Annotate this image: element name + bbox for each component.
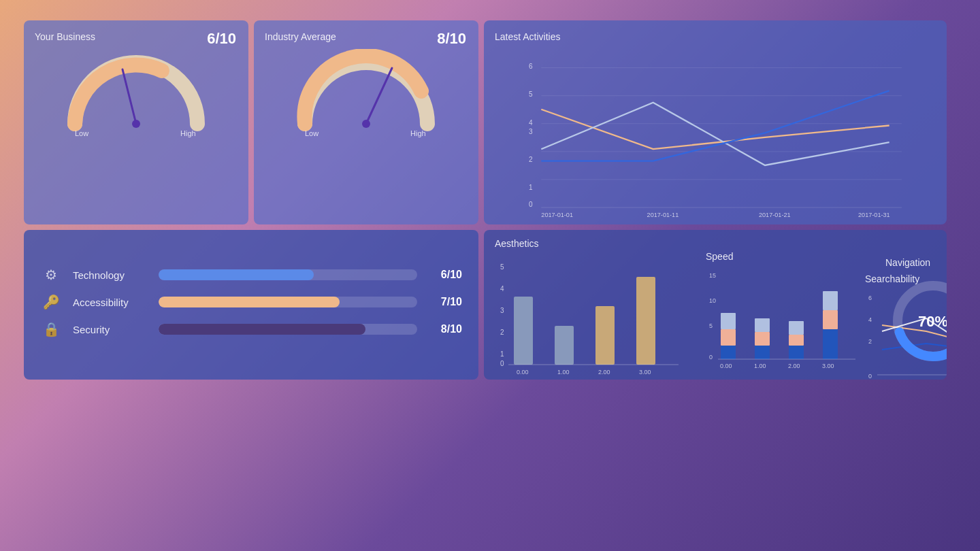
svg-rect-43: [721, 329, 736, 346]
latest-activities-chart: 6 5 4 3 2 1 0 2017-01-01 2017-01-11 2017…: [495, 50, 936, 218]
svg-rect-44: [721, 313, 736, 329]
metric-label-0: Technology: [73, 269, 148, 281]
svg-point-1: [132, 120, 140, 128]
svg-text:15: 15: [709, 272, 716, 279]
industry-high-label: High: [410, 129, 426, 137]
metric-bar-container-1: [159, 297, 417, 307]
metric-bar-2: [159, 324, 365, 335]
svg-text:0: 0: [500, 360, 504, 367]
svg-line-0: [122, 69, 136, 124]
svg-line-2: [366, 68, 392, 124]
svg-point-3: [362, 120, 370, 128]
svg-text:0: 0: [709, 354, 713, 361]
svg-text:2017-01-11: 2017-01-11: [647, 212, 679, 218]
industry-average-card: Industry Average 8/10 Low High: [254, 20, 478, 224]
metric-row-2: 🔒 Security 8/10: [40, 318, 462, 340]
svg-text:3.00: 3.00: [639, 369, 651, 375]
svg-text:4: 4: [529, 119, 533, 127]
svg-rect-54: [823, 329, 838, 359]
svg-text:3.00: 3.00: [822, 363, 834, 369]
speed-chart: 15 10 5 0 0.00 1.00: [706, 267, 869, 376]
latest-activities-card: Latest Activities 6 5 4 3 2 1 0 2017-01-…: [484, 20, 947, 224]
svg-text:5: 5: [709, 322, 713, 329]
metric-score-2: 8/10: [428, 323, 462, 335]
your-business-gauge: Low High: [35, 49, 238, 137]
metrics-card: ⚙ Technology 6/10 🔑 Accessibility 7/10 🔒…: [24, 230, 478, 380]
svg-rect-51: [789, 335, 804, 346]
aesthetics-chart: 5 4 3 2 1 0 0.00 1.00 2.00 3.00: [495, 257, 699, 376]
svg-text:0.00: 0.00: [517, 369, 529, 375]
latest-activities-title: Latest Activities: [495, 31, 936, 42]
metric-icon-2: 🔒: [40, 318, 62, 340]
speed-section: Speed 15 10 5 0 0.00 1.00: [706, 251, 869, 380]
svg-rect-48: [755, 318, 770, 332]
dashboard: Your Business 6/10 Low High Industry Ave…: [24, 20, 956, 531]
speed-title: Speed: [706, 251, 869, 262]
svg-text:1: 1: [500, 350, 504, 358]
svg-rect-47: [755, 332, 770, 346]
navigation-donut-chart: 70%: [885, 273, 947, 369]
metric-bar-1: [159, 297, 340, 307]
your-business-gauge-svg: Low High: [61, 49, 211, 137]
metric-score-1: 7/10: [428, 296, 462, 308]
svg-text:2: 2: [529, 156, 533, 163]
svg-text:2017-01-01: 2017-01-01: [541, 212, 573, 218]
svg-text:2: 2: [868, 338, 872, 345]
svg-text:2017-01-31: 2017-01-31: [858, 212, 890, 218]
metric-score-0: 6/10: [428, 269, 462, 281]
svg-rect-55: [823, 310, 838, 329]
navigation-title: Navigation: [885, 257, 930, 268]
navigation-percent-label: 70%: [918, 313, 947, 330]
svg-rect-52: [789, 321, 804, 335]
svg-rect-27: [514, 297, 533, 365]
svg-text:0: 0: [529, 201, 533, 208]
svg-text:2.00: 2.00: [788, 363, 800, 369]
industry-average-gauge: Low High: [265, 49, 468, 137]
industry-average-gauge-svg: Low High: [291, 49, 441, 137]
svg-text:1: 1: [529, 184, 533, 191]
svg-text:2.00: 2.00: [598, 369, 610, 375]
your-business-high-label: High: [180, 129, 196, 137]
svg-text:4: 4: [500, 285, 504, 293]
metric-bar-0: [159, 269, 314, 280]
svg-text:2017-01-21: 2017-01-21: [759, 212, 791, 218]
metric-label-2: Security: [73, 324, 148, 335]
svg-text:5: 5: [529, 90, 533, 98]
svg-rect-46: [755, 346, 770, 359]
metric-icon-0: ⚙: [40, 264, 62, 286]
metric-bar-container-0: [159, 269, 417, 280]
aesthetics-card: Aesthetics 5 4 3 2 1 0 0.00 1.00 2.00 3.…: [484, 230, 947, 380]
svg-rect-33: [636, 277, 655, 365]
svg-rect-50: [789, 346, 804, 359]
metric-rows: ⚙ Technology 6/10 🔑 Accessibility 7/10 🔒…: [40, 264, 462, 346]
svg-text:6: 6: [868, 295, 872, 301]
svg-rect-56: [823, 291, 838, 310]
metric-icon-1: 🔑: [40, 291, 62, 313]
metric-row-0: ⚙ Technology 6/10: [40, 264, 462, 286]
svg-text:10: 10: [709, 297, 716, 304]
metric-bar-container-2: [159, 324, 417, 335]
svg-rect-42: [721, 346, 736, 359]
metric-row-1: 🔑 Accessibility 7/10: [40, 291, 462, 313]
svg-rect-31: [595, 306, 615, 365]
industry-low-label: Low: [305, 129, 318, 137]
your-business-score: 6/10: [207, 30, 236, 48]
your-business-card: Your Business 6/10 Low High: [24, 20, 248, 224]
industry-average-score: 8/10: [437, 30, 466, 48]
aesthetics-title: Aesthetics: [495, 238, 947, 249]
svg-text:1.00: 1.00: [754, 363, 766, 369]
svg-text:0: 0: [868, 373, 872, 380]
svg-text:3: 3: [529, 128, 533, 135]
svg-rect-29: [555, 326, 574, 365]
navigation-donut-wrap: 70%: [885, 273, 947, 369]
svg-text:0.00: 0.00: [720, 363, 732, 369]
your-business-low-label: Low: [75, 129, 88, 137]
svg-text:6: 6: [529, 63, 533, 70]
svg-text:1.00: 1.00: [557, 369, 570, 375]
svg-text:4: 4: [868, 316, 872, 323]
svg-text:3: 3: [500, 307, 504, 314]
svg-text:2: 2: [500, 329, 504, 336]
svg-text:5: 5: [500, 263, 504, 271]
metric-label-1: Accessibility: [73, 297, 148, 308]
